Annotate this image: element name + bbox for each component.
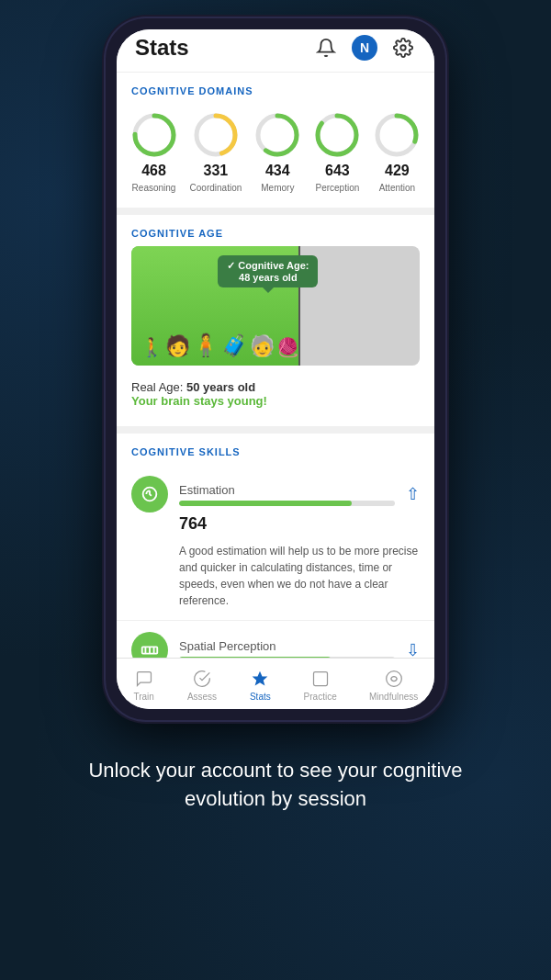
perception-name: Perception bbox=[315, 183, 359, 193]
figure-senior: 🧓 bbox=[250, 336, 275, 356]
skill-spatial-perception[interactable]: Spatial Perception ⇩ 657 bbox=[117, 621, 434, 658]
assess-icon bbox=[191, 668, 213, 690]
spatial-name: Spatial Perception bbox=[179, 639, 395, 653]
settings-icon[interactable] bbox=[390, 35, 416, 61]
stats-label: Stats bbox=[250, 692, 271, 702]
figure-middle: 🧳 bbox=[221, 335, 248, 356]
assess-label: Assess bbox=[187, 692, 217, 702]
practice-icon bbox=[309, 668, 332, 690]
perception-score: 643 bbox=[325, 163, 350, 179]
spatial-icon bbox=[131, 632, 168, 658]
skill-spatial-header: Spatial Perception ⇩ bbox=[131, 632, 420, 658]
figure-adult: 🧍 bbox=[192, 334, 219, 356]
real-age-text: Real Age: 50 years old bbox=[131, 380, 420, 394]
notification-icon[interactable] bbox=[313, 35, 339, 61]
perception-chart bbox=[313, 111, 361, 159]
coordination-name: Coordination bbox=[190, 183, 242, 193]
cognitive-skills-label: COGNITIVE SKILLS bbox=[117, 434, 434, 465]
attention-name: Attention bbox=[379, 183, 415, 193]
nav-train[interactable]: Train bbox=[126, 666, 163, 704]
nav-stats[interactable]: Stats bbox=[242, 666, 278, 704]
mindfulness-icon bbox=[383, 668, 405, 690]
real-age-value: 50 years old bbox=[186, 380, 255, 394]
domain-reasoning: 468 Reasoning bbox=[130, 111, 178, 193]
svg-point-0 bbox=[400, 45, 406, 51]
age-tooltip: ✓ Cognitive Age:48 years old bbox=[218, 255, 318, 287]
reasoning-name: Reasoning bbox=[132, 183, 176, 193]
domain-coordination: 331 Coordination bbox=[190, 111, 242, 193]
reasoning-chart bbox=[130, 111, 178, 159]
domain-perception: 643 Perception bbox=[313, 111, 361, 193]
reasoning-score: 468 bbox=[141, 163, 166, 179]
age-text-area: Real Age: 50 years old Your brain stays … bbox=[131, 377, 420, 411]
checkmark-icon: ✓ bbox=[227, 260, 235, 271]
estimation-bar-fill bbox=[179, 501, 352, 506]
svg-marker-16 bbox=[253, 671, 268, 686]
header-icons: N bbox=[313, 35, 416, 61]
real-age-label: Real Age: bbox=[131, 380, 183, 394]
cognitive-domains-label: COGNITIVE DOMAINS bbox=[117, 73, 434, 104]
estimation-name: Estimation bbox=[179, 483, 395, 497]
figure-teen: 🧑 bbox=[165, 336, 190, 356]
encouragement-text: Your brain stays young! bbox=[131, 394, 420, 408]
phone-screen: Stats N bbox=[117, 29, 434, 709]
train-label: Train bbox=[133, 692, 153, 702]
cognitive-domains-card: COGNITIVE DOMAINS 468 Reasoning bbox=[117, 73, 434, 208]
domain-attention: 429 Attention bbox=[373, 111, 421, 193]
cognitive-skills-card: COGNITIVE SKILLS Estimation bbox=[117, 434, 434, 658]
page-title: Stats bbox=[135, 35, 189, 61]
bottom-nav: Train Assess Stats bbox=[117, 658, 434, 709]
age-figures: 🚶 🧑 🧍 🧳 🧓 🧶 bbox=[131, 334, 420, 356]
estimation-description: A good estimation will help us to be mor… bbox=[131, 543, 420, 609]
nav-mindfulness[interactable]: Mindfulness bbox=[362, 666, 425, 704]
estimation-score: 764 bbox=[131, 514, 420, 534]
figure-elderly: 🧶 bbox=[276, 338, 299, 356]
estimation-icon bbox=[131, 476, 168, 513]
screen-content[interactable]: COGNITIVE DOMAINS 468 Reasoning bbox=[117, 73, 434, 658]
phone-frame: Stats N bbox=[106, 18, 445, 720]
estimation-bar bbox=[179, 501, 395, 506]
profile-badge[interactable]: N bbox=[352, 35, 377, 61]
coordination-score: 331 bbox=[204, 163, 229, 179]
promo-text: Unlock your account to see your cognitiv… bbox=[0, 729, 551, 841]
practice-label: Practice bbox=[304, 692, 337, 702]
nav-assess[interactable]: Assess bbox=[180, 666, 224, 704]
spatial-info: Spatial Perception bbox=[179, 639, 395, 659]
svg-rect-17 bbox=[313, 672, 327, 686]
cognitive-age-card: COGNITIVE AGE ✓ Cognitive Age:48 years o… bbox=[117, 215, 434, 426]
attention-chart bbox=[373, 111, 421, 159]
tooltip-text: Cognitive Age:48 years old bbox=[238, 260, 309, 283]
skill-estimation[interactable]: Estimation ⇧ 764 A good estimation will … bbox=[117, 465, 434, 621]
nav-practice[interactable]: Practice bbox=[297, 666, 344, 704]
app-header: Stats N bbox=[117, 29, 434, 73]
cognitive-age-container: ✓ Cognitive Age:48 years old 🚶 🧑 🧍 🧳 🧓 🧶 bbox=[117, 246, 434, 426]
skill-estimation-header: Estimation ⇧ bbox=[131, 476, 420, 513]
domain-memory: 434 Memory bbox=[253, 111, 301, 193]
memory-score: 434 bbox=[265, 163, 290, 179]
coordination-chart bbox=[192, 111, 240, 159]
mindfulness-label: Mindfulness bbox=[369, 692, 418, 702]
domains-row: 468 Reasoning 331 Coordination bbox=[117, 104, 434, 208]
stats-icon bbox=[249, 668, 271, 690]
spatial-chevron[interactable]: ⇩ bbox=[406, 640, 420, 658]
age-visual: ✓ Cognitive Age:48 years old 🚶 🧑 🧍 🧳 🧓 🧶 bbox=[131, 246, 420, 366]
estimation-info: Estimation bbox=[179, 483, 395, 506]
memory-name: Memory bbox=[261, 183, 294, 193]
cognitive-age-label: COGNITIVE AGE bbox=[117, 215, 434, 246]
figure-child: 🚶 bbox=[141, 338, 163, 356]
train-icon bbox=[133, 668, 155, 690]
estimation-chevron[interactable]: ⇧ bbox=[406, 484, 420, 504]
memory-chart bbox=[253, 111, 301, 159]
attention-score: 429 bbox=[385, 163, 410, 179]
